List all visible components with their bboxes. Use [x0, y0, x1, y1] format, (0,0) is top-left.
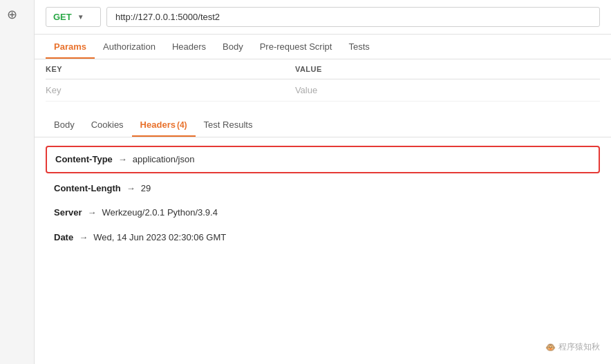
- watermark: 🐵 程序猿知秋: [545, 341, 600, 353]
- key-column-header: KEY: [46, 65, 295, 73]
- left-sidebar: ⊕: [0, 0, 35, 364]
- request-bar: GET ▼: [35, 0, 611, 35]
- arrow-1: →: [126, 182, 135, 195]
- arrow-0: →: [118, 153, 127, 166]
- header-content-length: Content-Length → 29: [46, 176, 600, 201]
- resp-tab-cookies[interactable]: Cookies: [83, 113, 132, 137]
- resp-tab-test-results[interactable]: Test Results: [196, 113, 261, 137]
- header-key-date: Date: [54, 231, 73, 245]
- value-placeholder[interactable]: Value: [295, 85, 600, 95]
- header-val-date: Wed, 14 Jun 2023 02:30:06 GMT: [93, 231, 226, 245]
- header-key-content-length: Content-Length: [54, 182, 121, 195]
- content-area: GET ▼ Params Authorization Headers Body …: [35, 0, 611, 258]
- header-val-content-length: 29: [141, 182, 151, 195]
- method-selector[interactable]: GET ▼: [46, 7, 101, 27]
- params-table: KEY VALUE Key Value: [35, 59, 611, 102]
- method-dropdown-arrow: ▼: [77, 13, 84, 21]
- header-content-type: Content-Type → application/json: [46, 146, 600, 173]
- header-key-server: Server: [54, 206, 82, 220]
- params-header-row: KEY VALUE: [46, 59, 600, 79]
- response-headers-list: Content-Type → application/json Content-…: [35, 137, 611, 258]
- watermark-text: 程序猿知秋: [558, 341, 600, 353]
- response-tabs: Body Cookies Headers(4) Test Results: [35, 113, 611, 137]
- resp-tab-headers[interactable]: Headers(4): [132, 113, 196, 137]
- tab-params[interactable]: Params: [46, 35, 95, 59]
- header-key-content-type: Content-Type: [55, 153, 113, 166]
- params-empty-row: Key Value: [46, 79, 600, 102]
- value-column-header: VALUE: [295, 65, 600, 73]
- main-container: ⊕ GET ▼ Params Authorization Headers Bod…: [0, 0, 611, 364]
- watermark-icon: 🐵: [545, 343, 556, 352]
- tab-prerequest[interactable]: Pre-request Script: [252, 35, 341, 59]
- headers-badge: (4): [177, 120, 187, 130]
- arrow-3: →: [79, 231, 88, 245]
- tab-body-req[interactable]: Body: [214, 35, 252, 59]
- key-placeholder[interactable]: Key: [46, 85, 295, 95]
- header-val-content-type: application/json: [133, 153, 195, 166]
- resp-tab-body[interactable]: Body: [46, 113, 83, 137]
- tab-authorization[interactable]: Authorization: [95, 35, 164, 59]
- request-tabs: Params Authorization Headers Body Pre-re…: [35, 35, 611, 59]
- tab-tests[interactable]: Tests: [340, 35, 377, 59]
- url-input[interactable]: [106, 7, 600, 27]
- header-val-server: Werkzeug/2.0.1 Python/3.9.4: [102, 206, 217, 220]
- header-date: Date → Wed, 14 Jun 2023 02:30:06 GMT: [46, 225, 600, 250]
- add-tab-icon[interactable]: ⊕: [0, 0, 34, 29]
- tab-headers-req[interactable]: Headers: [164, 35, 214, 59]
- arrow-2: →: [87, 206, 96, 220]
- header-server: Server → Werkzeug/2.0.1 Python/3.9.4: [46, 200, 600, 225]
- method-value: GET: [53, 12, 72, 22]
